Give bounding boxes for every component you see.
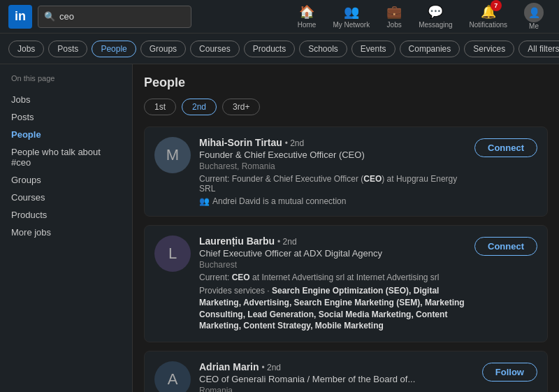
- nav-jobs[interactable]: 💼 Jobs: [379, 0, 409, 34]
- sidebar: On this page Jobs Posts People People wh…: [0, 64, 133, 392]
- sidebar-people-hashtag[interactable]: People who talk about #ceo: [11, 143, 121, 171]
- section-title: People: [144, 75, 548, 90]
- sidebar-title: On this page: [11, 74, 121, 82]
- top-nav: in 🔍 🏠 Home 👥 My Network 💼 Jobs 💬 Messag…: [0, 0, 559, 34]
- filter-groups[interactable]: Groups: [140, 41, 186, 57]
- nav-network-label: My Network: [333, 21, 370, 29]
- nav-notifications-label: Notifications: [470, 21, 507, 29]
- degree-1st[interactable]: 1st: [144, 99, 176, 115]
- filter-all[interactable]: All filters: [518, 41, 559, 57]
- nav-notifications[interactable]: 🔔 7 Notifications: [463, 0, 514, 34]
- filter-products[interactable]: Products: [244, 41, 295, 57]
- filter-companies[interactable]: Companies: [400, 41, 460, 57]
- person-name-1[interactable]: Mihai-Sorin Tirtau • 2nd: [199, 137, 466, 148]
- filter-people[interactable]: People: [92, 41, 136, 57]
- sidebar-courses[interactable]: Courses: [11, 189, 121, 206]
- degree-3rd[interactable]: 3rd+: [222, 99, 260, 115]
- connect-button-1[interactable]: Connect: [474, 138, 537, 157]
- filter-schools[interactable]: Schools: [299, 41, 347, 57]
- nav-me[interactable]: 👤 Me: [517, 0, 551, 34]
- nav-icons: 🏠 Home 👥 My Network 💼 Jobs 💬 Messaging 🔔…: [291, 0, 551, 34]
- person-current-2: Current: CEO at Internet Advertising srl…: [199, 273, 466, 282]
- jobs-icon: 💼: [386, 4, 402, 20]
- person-card-3: A Adrian Marin • 2nd CEO of Generali Rom…: [144, 351, 548, 392]
- person-location-3: Romania: [199, 386, 474, 392]
- person-info-3: Adrian Marin • 2nd CEO of Generali Roman…: [199, 361, 474, 392]
- main-layout: On this page Jobs Posts People People wh…: [0, 64, 559, 392]
- home-icon: 🏠: [299, 4, 314, 20]
- sidebar-products[interactable]: Products: [11, 206, 121, 224]
- person-name-3[interactable]: Adrian Marin • 2nd: [199, 361, 474, 372]
- avatar-2: L: [154, 235, 191, 272]
- filter-bar: Jobs Posts People Groups Courses Product…: [0, 34, 559, 64]
- network-icon: 👥: [344, 4, 359, 20]
- person-card-1: M Mihai-Sorin Tirtau • 2nd Founder & Chi…: [144, 126, 548, 217]
- nav-me-label: Me: [529, 22, 539, 30]
- avatar-1: M: [154, 137, 191, 173]
- avatar: 👤: [524, 3, 544, 22]
- person-info-1: Mihai-Sorin Tirtau • 2nd Founder & Chief…: [199, 137, 466, 206]
- notification-badge-wrapper: 🔔 7: [481, 4, 496, 21]
- degree-2nd[interactable]: 2nd: [182, 99, 217, 115]
- person-location-1: Bucharest, Romania: [199, 161, 466, 171]
- person-current-1: Current: Founder & Chief Executive Offic…: [199, 174, 466, 194]
- filter-posts[interactable]: Posts: [48, 41, 87, 57]
- filter-courses[interactable]: Courses: [190, 41, 240, 57]
- filter-events[interactable]: Events: [351, 41, 395, 57]
- avatar-3: A: [154, 361, 191, 392]
- sidebar-jobs[interactable]: Jobs: [11, 91, 121, 108]
- person-card-2: L Laurențiu Barbu • 2nd Chief Executive …: [144, 225, 548, 342]
- degree-badge-2: • 2nd: [277, 237, 297, 247]
- person-title-1: Founder & Chief Executive Officer (CEO): [199, 150, 466, 160]
- person-services-2: Provides services · Search Engine Optimi…: [199, 285, 466, 332]
- nav-home[interactable]: 🏠 Home: [291, 0, 324, 34]
- degree-badge-3: • 2nd: [261, 363, 281, 372]
- notification-count: 7: [491, 0, 502, 11]
- follow-button-3[interactable]: Follow: [482, 363, 537, 382]
- mutual-icon-1: 👥: [199, 196, 210, 206]
- person-location-2: Bucharest: [199, 260, 466, 270]
- filter-jobs[interactable]: Jobs: [8, 41, 44, 57]
- degree-filters: 1st 2nd 3rd+: [144, 99, 548, 115]
- nav-network[interactable]: 👥 My Network: [326, 0, 377, 34]
- sidebar-more-jobs[interactable]: More jobs: [11, 224, 121, 241]
- sidebar-posts[interactable]: Posts: [11, 108, 121, 126]
- nav-messaging-label: Messaging: [419, 21, 452, 29]
- person-info-2: Laurențiu Barbu • 2nd Chief Executive Of…: [199, 235, 466, 332]
- sidebar-people[interactable]: People: [11, 126, 121, 143]
- person-title-3: CEO of Generali Romania / Member of the …: [199, 374, 474, 384]
- person-title-2: Chief Executive Officer at ADX Digital A…: [199, 248, 466, 259]
- nav-messaging[interactable]: 💬 Messaging: [412, 0, 459, 34]
- linkedin-logo[interactable]: in: [8, 5, 32, 29]
- filter-services[interactable]: Services: [464, 41, 514, 57]
- search-box: 🔍: [38, 6, 191, 28]
- sidebar-groups[interactable]: Groups: [11, 171, 121, 189]
- people-content: People 1st 2nd 3rd+ M Mihai-Sorin Tirtau…: [133, 64, 559, 392]
- person-name-2[interactable]: Laurențiu Barbu • 2nd: [199, 235, 466, 247]
- degree-badge-1: • 2nd: [285, 138, 305, 148]
- person-mutual-1: 👥 Andrei David is a mutual connection: [199, 196, 466, 206]
- search-icon: 🔍: [44, 11, 55, 22]
- connect-button-2[interactable]: Connect: [474, 237, 537, 256]
- nav-jobs-label: Jobs: [387, 21, 402, 29]
- messaging-icon: 💬: [428, 4, 443, 20]
- nav-home-label: Home: [298, 21, 317, 29]
- search-input[interactable]: [59, 11, 185, 22]
